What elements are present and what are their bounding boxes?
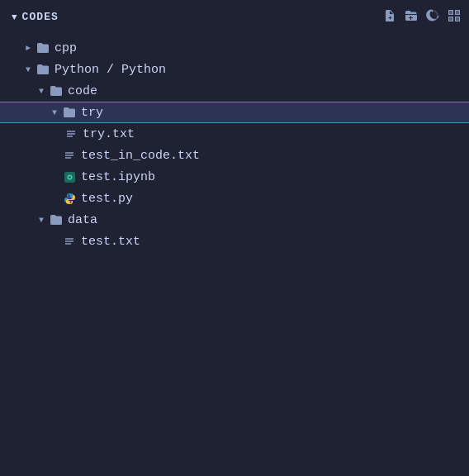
- item-label: test.txt: [81, 235, 140, 249]
- expand-chevron[interactable]: ▼: [12, 12, 17, 22]
- tree-item-data[interactable]: ▼ data: [0, 209, 469, 231]
- header-left: ▼ CODES: [12, 11, 59, 23]
- folder-icon: [48, 214, 64, 226]
- tree-item-data-test-txt[interactable]: test.txt: [0, 231, 469, 252]
- tree-item-code[interactable]: ▼ code: [0, 80, 469, 102]
- tree-item-test-ipynb[interactable]: test.ipynb: [0, 166, 469, 188]
- python-file-icon: [61, 193, 78, 205]
- tree-item-cpp[interactable]: ► cpp: [0, 37, 469, 59]
- panel-title: CODES: [22, 11, 59, 23]
- file-tree: ► cpp ▼ Python / Python ▼ code: [0, 34, 469, 255]
- txt-file-icon: [61, 236, 78, 247]
- txt-file-icon: [63, 128, 79, 140]
- chevron-icon: ►: [21, 44, 35, 53]
- item-label: test_in_code.txt: [81, 149, 200, 163]
- collapse-all-icon[interactable]: [448, 9, 461, 26]
- item-label: cpp: [54, 41, 77, 55]
- item-label: data: [68, 213, 97, 227]
- chevron-icon: ▼: [21, 65, 35, 74]
- ipynb-file-icon: [61, 171, 78, 183]
- item-label: test.ipynb: [81, 170, 155, 184]
- folder-icon: [48, 85, 64, 97]
- svg-point-8: [69, 176, 71, 178]
- header-toolbar: [383, 9, 461, 26]
- refresh-icon[interactable]: [426, 9, 439, 26]
- tree-item-test-in-code-txt[interactable]: test_in_code.txt: [0, 145, 469, 166]
- new-file-icon[interactable]: [383, 9, 396, 26]
- folder-icon: [35, 64, 51, 75]
- tree-item-try[interactable]: ▼ try: [0, 102, 469, 123]
- tree-item-test-py[interactable]: test.py: [0, 188, 469, 209]
- item-label: try: [81, 106, 103, 120]
- item-label: test.py: [81, 192, 133, 206]
- folder-icon: [35, 42, 51, 54]
- item-label: code: [68, 84, 97, 98]
- tree-item-python-python[interactable]: ▼ Python / Python: [0, 59, 469, 80]
- chevron-icon: ▼: [48, 108, 61, 117]
- explorer-header: ▼ CODES: [0, 0, 469, 34]
- chevron-icon: ▼: [35, 216, 48, 225]
- new-folder-icon[interactable]: [405, 9, 418, 26]
- txt-file-icon: [61, 150, 78, 161]
- explorer-panel: ▼ CODES: [0, 0, 469, 255]
- item-label: try.txt: [83, 127, 135, 141]
- folder-icon: [61, 107, 78, 118]
- chevron-icon: ▼: [35, 87, 48, 96]
- tree-item-try-txt[interactable]: try.txt: [0, 123, 469, 145]
- item-label: Python / Python: [54, 63, 166, 77]
